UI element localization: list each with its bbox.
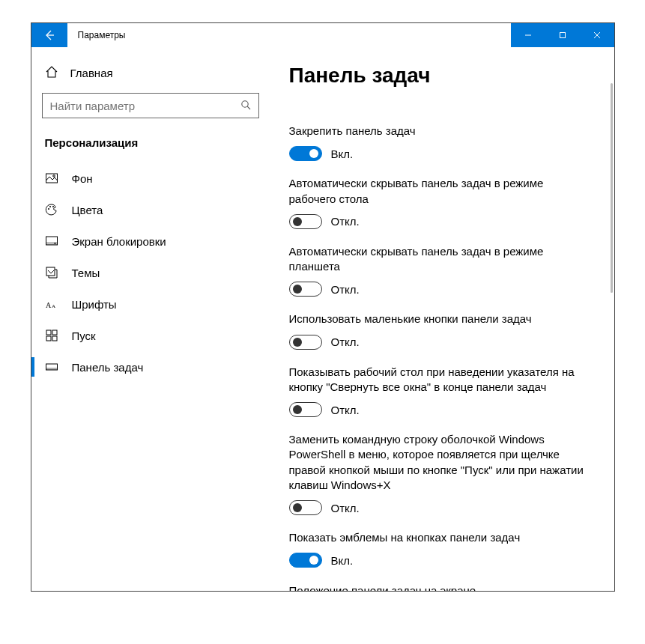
nav-home[interactable]: Главная xyxy=(42,58,259,93)
sidebar-item-label: Цвета xyxy=(72,204,103,216)
sidebar-item-background[interactable]: Фон xyxy=(42,162,259,194)
window-controls xyxy=(511,23,614,47)
setting-label: Автоматически скрывать панель задач в ре… xyxy=(289,244,589,275)
toggle-row: Откл. xyxy=(289,500,595,515)
setting-label: Автоматически скрывать панель задач в ре… xyxy=(289,176,589,207)
minimize-icon xyxy=(524,31,532,39)
sidebar-item-lockscreen[interactable]: Экран блокировки xyxy=(42,225,259,257)
toggle-knob xyxy=(293,405,302,414)
maximize-button[interactable] xyxy=(545,23,580,47)
svg-point-4 xyxy=(241,100,247,106)
toggle-switch[interactable] xyxy=(289,214,322,229)
svg-text:A: A xyxy=(52,303,55,309)
close-icon xyxy=(593,31,601,39)
setting-label: Заменить командную строку оболочкой Wind… xyxy=(289,432,589,493)
taskbar-icon xyxy=(45,360,58,374)
svg-rect-19 xyxy=(46,336,51,341)
setting-0: Закрепить панель задачВкл. xyxy=(289,124,595,161)
toggle-row: Откл. xyxy=(289,214,595,229)
search-icon xyxy=(240,100,251,112)
arrow-left-icon xyxy=(43,29,55,41)
back-button[interactable] xyxy=(31,23,67,47)
toggle-row: Откл. xyxy=(289,335,595,350)
toggle-state-label: Откл. xyxy=(331,404,360,416)
setting-3: Использовать маленькие кнопки панели зад… xyxy=(289,312,595,349)
toggle-row: Откл. xyxy=(289,282,595,297)
category-heading: Персонализация xyxy=(42,133,259,162)
svg-rect-20 xyxy=(52,336,57,341)
settings-window: Параметры Главная xyxy=(31,22,615,592)
maximize-icon xyxy=(559,31,566,39)
sidebar-item-colors[interactable]: Цвета xyxy=(42,194,259,225)
palette-icon xyxy=(45,203,58,216)
sidebar-item-label: Пуск xyxy=(72,329,96,342)
sidebar-item-taskbar[interactable]: Панель задач xyxy=(42,351,259,383)
toggle-knob xyxy=(309,149,318,158)
toggle-switch[interactable] xyxy=(289,335,322,350)
sidebar-item-label: Фон xyxy=(72,172,93,185)
start-icon xyxy=(45,329,58,342)
svg-rect-18 xyxy=(52,330,57,335)
toggle-switch[interactable] xyxy=(289,146,322,161)
sidebar-item-fonts[interactable]: AA Шрифты xyxy=(42,288,259,320)
svg-rect-22 xyxy=(46,368,57,370)
setting-label: Использовать маленькие кнопки панели зад… xyxy=(289,312,589,326)
toggle-row: Вкл. xyxy=(289,146,595,161)
sidebar-item-themes[interactable]: Темы xyxy=(42,257,259,288)
toggle-state-label: Откл. xyxy=(331,335,360,348)
sidebar-item-label: Шрифты xyxy=(72,298,117,311)
toggle-knob xyxy=(309,556,318,565)
page-title: Панель задач xyxy=(289,64,595,88)
setting-5: Заменить командную строку оболочкой Wind… xyxy=(289,432,595,515)
setting-label: Показать эмблемы на кнопках панели задач xyxy=(289,530,589,545)
minimize-button[interactable] xyxy=(511,23,545,47)
svg-rect-14 xyxy=(46,267,55,276)
setting-2: Автоматически скрывать панель задач в ре… xyxy=(289,244,595,297)
lockscreen-icon xyxy=(45,234,58,248)
setting-6: Показать эмблемы на кнопках панели задач… xyxy=(289,530,595,568)
svg-rect-17 xyxy=(46,330,51,335)
toggle-row: Вкл. xyxy=(289,553,595,568)
svg-rect-1 xyxy=(560,33,565,38)
toggle-state-label: Вкл. xyxy=(331,148,354,160)
toggle-knob xyxy=(293,338,302,347)
svg-point-9 xyxy=(49,206,51,207)
toggle-knob xyxy=(293,503,302,512)
home-icon xyxy=(45,65,58,81)
svg-point-7 xyxy=(52,175,55,177)
titlebar: Параметры xyxy=(31,23,614,47)
toggle-switch[interactable] xyxy=(289,282,322,297)
sidebar-item-label: Экран блокировки xyxy=(72,235,166,248)
toggle-knob xyxy=(293,217,302,226)
toggle-switch[interactable] xyxy=(289,553,322,568)
toggle-row: Откл. xyxy=(289,402,595,417)
scrollbar[interactable] xyxy=(611,83,613,293)
close-button[interactable] xyxy=(580,23,614,47)
toggle-state-label: Откл. xyxy=(331,283,360,296)
toggle-state-label: Откл. xyxy=(331,215,360,228)
nav-list: Фон Цвета Экран блокировки Темы AA Шрифт… xyxy=(42,162,259,383)
sidebar-item-label: Темы xyxy=(72,267,100,279)
taskbar-position-heading: Положение панели задач на экране xyxy=(289,584,595,591)
search-input[interactable] xyxy=(50,100,240,112)
toggle-state-label: Вкл. xyxy=(331,554,354,567)
toggle-switch[interactable] xyxy=(289,500,322,515)
sidebar-item-label: Панель задач xyxy=(72,361,144,374)
svg-line-5 xyxy=(247,106,250,109)
search-box[interactable] xyxy=(42,93,259,118)
setting-4: Показывать рабочий стол при наведении ук… xyxy=(289,365,595,418)
toggle-switch[interactable] xyxy=(289,402,322,417)
nav-home-label: Главная xyxy=(70,67,113,79)
toggle-knob xyxy=(293,285,302,294)
svg-text:A: A xyxy=(46,301,52,309)
picture-icon xyxy=(45,171,58,185)
svg-point-8 xyxy=(48,208,49,210)
window-title: Параметры xyxy=(67,23,511,47)
content-pane: Панель задач Закрепить панель задачВкл.А… xyxy=(270,47,614,591)
fonts-icon: AA xyxy=(45,297,58,311)
toggle-state-label: Откл. xyxy=(331,502,360,514)
themes-icon xyxy=(45,266,58,279)
sidebar-item-start[interactable]: Пуск xyxy=(42,320,259,351)
svg-point-10 xyxy=(52,206,54,207)
setting-label: Показывать рабочий стол при наведении ук… xyxy=(289,365,589,395)
